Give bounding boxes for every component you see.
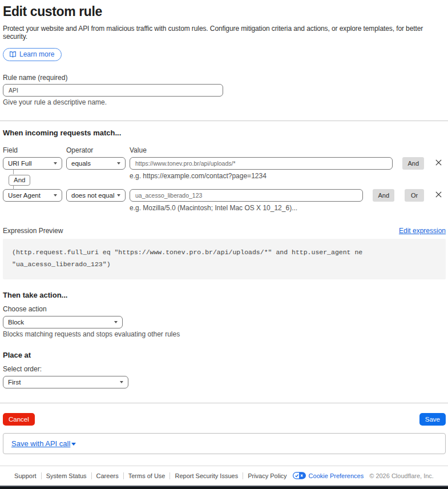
order-select[interactable]: First (3, 376, 128, 388)
edit-custom-rule-page: Edit custom rule Protect your website an… (0, 0, 448, 489)
chevron-down-icon (54, 194, 57, 197)
page-description: Protect your website and API from malici… (3, 25, 446, 41)
expression-preview-label: Expression Preview (3, 227, 63, 235)
rule-name-helper: Give your rule a descriptive name. (3, 98, 446, 106)
condition-row: URI Full equals e.g. https://example.com… (3, 157, 446, 180)
cancel-button[interactable]: Cancel (3, 413, 35, 426)
add-and-condition-button[interactable]: And (402, 157, 424, 170)
field-select[interactable]: User Agent (3, 189, 62, 202)
chevron-down-icon (117, 162, 120, 165)
value-column: e.g. https://example.com/contact?page=12… (130, 157, 393, 180)
footer-link-privacy[interactable]: Privacy Policy (248, 472, 286, 479)
field-select-value: User Agent (8, 192, 41, 199)
add-and-condition-button[interactable]: And (373, 189, 394, 202)
separator (243, 472, 243, 479)
place-at-heading: Place at (3, 351, 446, 359)
field-column-label: Field (3, 146, 66, 154)
save-button[interactable]: Save (419, 413, 446, 426)
footer: Support System Status Careers Terms of U… (0, 466, 448, 486)
connector-and-button[interactable]: And (9, 175, 30, 186)
operator-column-label: Operator (66, 146, 130, 154)
select-order-label: Select order: (3, 365, 446, 373)
footer-link-terms[interactable]: Terms of Use (128, 472, 166, 479)
save-api-label: Save with API call (11, 439, 70, 448)
rule-name-label: Rule name (required) (3, 74, 446, 82)
choose-action-label: Choose action (3, 305, 446, 313)
copyright-text: © 2026 Cloudflare, Inc. (369, 472, 434, 479)
save-api-box: Save with API call (3, 433, 446, 454)
book-icon (9, 51, 17, 58)
footer-link-report-security[interactable]: Report Security Issues (175, 472, 238, 479)
operator-select[interactable]: does not equal (66, 189, 126, 202)
remove-condition-button[interactable] (435, 191, 442, 200)
operator-select-value: equals (71, 160, 91, 167)
cookie-preferences-link[interactable]: Cookie Preferences (309, 472, 364, 479)
value-column-label: Value (130, 146, 446, 154)
chevron-down-icon (71, 443, 76, 446)
action-section-heading: Then take action... (3, 291, 446, 299)
expression-preview-code: (http.request.full_uri eq "https://www.t… (3, 239, 446, 279)
separator (123, 472, 124, 479)
chevron-down-icon (117, 194, 120, 197)
divider (0, 403, 448, 403)
separator (169, 472, 170, 479)
chevron-down-icon (54, 162, 57, 165)
action-helper: Blocks matching requests and stops evalu… (3, 330, 446, 338)
value-example-helper: e.g. Mozilla/5.0 (Macintosh; Intel Mac O… (130, 204, 363, 212)
divider (0, 121, 448, 121)
close-icon (435, 159, 442, 166)
separator (91, 472, 92, 479)
remove-condition-button[interactable] (435, 159, 442, 168)
chevron-down-icon (114, 321, 118, 323)
condition-row: User Agent does not equal e.g. Mozilla/5… (3, 189, 446, 212)
condition-column-labels: Field Operator Value (3, 146, 446, 154)
learn-more-label: Learn more (19, 50, 54, 58)
action-select[interactable]: Block (3, 316, 123, 328)
bottom-bar (0, 486, 448, 489)
match-section-heading: When incoming requests match... (3, 129, 446, 137)
edit-expression-link[interactable]: Edit expression (399, 227, 446, 235)
footer-link-careers[interactable]: Careers (96, 472, 119, 479)
field-select-value: URI Full (8, 160, 32, 167)
save-with-api-call-link[interactable]: Save with API call (11, 439, 76, 448)
learn-more-button[interactable]: Learn more (3, 48, 62, 61)
value-input[interactable] (130, 157, 393, 170)
footer-link-system-status[interactable]: System Status (46, 472, 87, 479)
operator-select[interactable]: equals (66, 157, 126, 170)
order-select-value: First (8, 379, 21, 386)
value-column: e.g. Mozilla/5.0 (Macintosh; Intel Mac O… (130, 189, 363, 212)
value-input[interactable] (130, 189, 363, 202)
condition-connector: And (9, 174, 30, 186)
field-select[interactable]: URI Full (3, 157, 62, 170)
operator-select-value: does not equal (71, 192, 114, 199)
footer-link-support[interactable]: Support (14, 472, 37, 479)
privacy-options-icon (293, 472, 306, 479)
action-select-value: Block (8, 319, 24, 326)
chevron-down-icon (120, 381, 123, 383)
add-or-condition-button[interactable]: Or (405, 189, 424, 202)
rule-name-input[interactable] (3, 84, 223, 97)
value-example-helper: e.g. https://example.com/contact?page=12… (130, 172, 393, 180)
close-icon (435, 191, 442, 198)
separator (41, 472, 42, 479)
page-title: Edit custom rule (3, 4, 446, 19)
